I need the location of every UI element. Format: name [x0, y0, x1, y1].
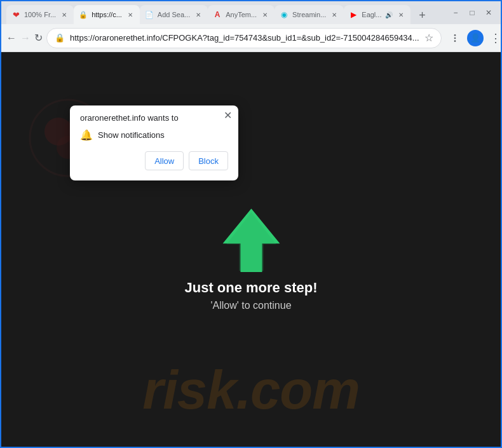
tab-4[interactable]: A AnyTem... ✕	[208, 5, 275, 24]
tab-3-favicon: 📄	[145, 10, 154, 19]
close-button[interactable]: ✕	[482, 6, 496, 20]
tab-6-title: Eagl...	[362, 11, 381, 18]
svg-point-0	[454, 37, 456, 39]
tab-5-favicon: ◉	[280, 10, 288, 19]
popup-notification-row: 🔔 Show notifications	[80, 129, 228, 141]
tab-1-favicon: ❤	[11, 10, 20, 19]
notification-popup: ✕ oraronerethet.info wants to 🔔 Show not…	[70, 105, 238, 180]
popup-title: oraronerethet.info wants to	[80, 113, 228, 123]
reload-button[interactable]: ↻	[34, 29, 43, 48]
new-tab-button[interactable]: +	[413, 6, 431, 24]
svg-marker-8	[226, 212, 276, 271]
three-dots-icon: ⋮	[490, 31, 501, 45]
address-bar[interactable]: 🔒 https://oraronerethet.info/CFPOGKA?tag…	[46, 28, 442, 48]
bell-icon: 🔔	[80, 129, 93, 141]
maximize-button[interactable]: □	[465, 6, 479, 20]
browser-frame: ❤ 100% Fr... ✕ 🔒 https://c... ✕ 📄 Add Se…	[0, 0, 502, 448]
tab-2-close[interactable]: ✕	[126, 10, 135, 19]
title-bar: ❤ 100% Fr... ✕ 🔒 https://c... ✕ 📄 Add Se…	[1, 1, 501, 24]
tab-1-close[interactable]: ✕	[60, 10, 69, 19]
nav-right-buttons: 👤 ⋮	[445, 29, 502, 48]
window-controls: − □ ✕	[449, 6, 496, 20]
menu-button[interactable]: ⋮	[486, 29, 502, 48]
tab-1-title: 100% Fr...	[24, 11, 56, 18]
tab-6-favicon: ▶	[349, 10, 358, 19]
tab-2-title: https://c...	[92, 11, 122, 18]
tab-5-close[interactable]: ✕	[330, 10, 339, 19]
back-button[interactable]: ←	[6, 29, 17, 48]
main-heading: Just one more step!	[184, 280, 317, 296]
tab-6-mute-icon: 🔊	[385, 11, 393, 18]
forward-button[interactable]: →	[20, 29, 31, 48]
tab-4-title: AnyTem...	[226, 11, 257, 18]
tab-3-title: Add Sea...	[158, 11, 190, 18]
tab-5-title: Streamin...	[292, 11, 326, 18]
notification-label: Show notifications	[98, 130, 165, 140]
tab-1[interactable]: ❤ 100% Fr... ✕	[6, 5, 74, 24]
tab-6-close[interactable]: ✕	[397, 10, 405, 19]
popup-close-button[interactable]: ✕	[224, 111, 232, 121]
allow-button[interactable]: Allow	[145, 151, 184, 170]
nav-bar: ← → ↻ 🔒 https://oraronerethet.info/CFPOG…	[1, 24, 501, 52]
tab-2-favicon: 🔒	[79, 10, 88, 19]
page-content: risk.com Just one more step! 'Allow' to …	[1, 52, 501, 447]
arrow-icon	[222, 208, 280, 272]
extensions-button[interactable]	[445, 29, 465, 48]
tabs-area: ❤ 100% Fr... ✕ 🔒 https://c... ✕ 📄 Add Se…	[6, 1, 441, 24]
center-content: Just one more step! 'Allow' to continue	[184, 208, 317, 311]
tab-3-close[interactable]: ✕	[194, 10, 203, 19]
url-text: https://oraronerethet.info/CFPOGKA?tag_i…	[70, 33, 419, 43]
tab-6[interactable]: ▶ Eagl... 🔊 ✕	[344, 5, 410, 24]
tab-3[interactable]: 📄 Add Sea... ✕	[140, 5, 208, 24]
tab-4-favicon: A	[213, 10, 222, 19]
profile-avatar[interactable]: 👤	[467, 30, 484, 46]
tab-5[interactable]: ◉ Streamin... ✕	[275, 5, 344, 24]
popup-buttons: Allow Block	[80, 151, 228, 170]
block-button[interactable]: Block	[189, 151, 228, 170]
bookmark-icon[interactable]: ☆	[424, 32, 433, 44]
avatar-icon: 👤	[470, 33, 480, 43]
svg-point-1	[454, 34, 456, 36]
minimize-button[interactable]: −	[449, 6, 463, 20]
risk-watermark: risk.com	[142, 359, 360, 421]
main-subheading: 'Allow' to continue	[210, 300, 291, 311]
svg-point-2	[454, 40, 456, 42]
lock-icon: 🔒	[55, 33, 65, 43]
tab-2[interactable]: 🔒 https://c... ✕	[74, 5, 140, 24]
tab-4-close[interactable]: ✕	[261, 10, 269, 19]
